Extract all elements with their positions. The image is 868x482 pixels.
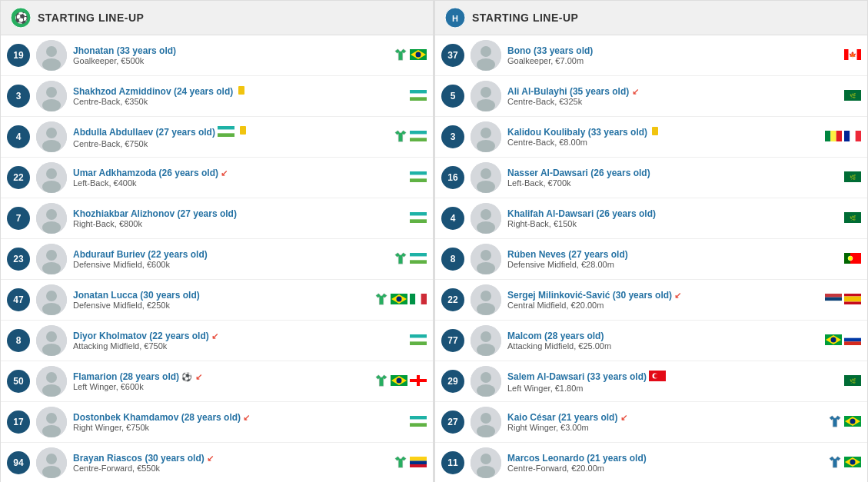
flag-uz — [410, 90, 427, 103]
player-position: Defensive Midfield, €250k — [73, 301, 374, 310]
player-info: Khalifah Al-Dawsari (26 years old)Right-… — [507, 208, 844, 228]
player-number: 27 — [441, 411, 464, 434]
svg-point-87 — [481, 87, 491, 98]
player-name[interactable]: Rúben Neves (27 years old) — [507, 249, 844, 260]
svg-point-3 — [46, 46, 57, 57]
player-info: Jhonatan (33 years old)Goalkeeper, €500k — [73, 45, 394, 65]
flag-uz — [410, 416, 427, 429]
team2-logo: H — [444, 7, 466, 28]
svg-point-16 — [42, 140, 61, 152]
player-photo — [36, 162, 67, 193]
svg-point-66 — [46, 413, 57, 424]
svg-text:🌿: 🌿 — [850, 92, 856, 99]
shirt-icon — [394, 129, 407, 145]
player-name[interactable]: Jhonatan (33 years old) — [73, 45, 394, 56]
player-name[interactable]: Sergej Milinković-Savić (30 years old) ↙ — [507, 290, 825, 301]
shirt-icon — [394, 455, 407, 471]
player-number: 8 — [7, 329, 30, 352]
player-name[interactable]: Abdurauf Buriev (22 years old) — [73, 249, 394, 260]
player-name[interactable]: Nasser Al-Dawsari (26 years old) — [507, 168, 844, 178]
player-name[interactable]: Bono (33 years old) — [507, 45, 844, 56]
svg-point-117 — [481, 291, 491, 301]
player-photo — [36, 407, 67, 437]
player-name[interactable]: Flamarion (28 years old) ⚽ ↙ — [73, 371, 374, 382]
svg-rect-70 — [410, 423, 427, 427]
svg-text:H: H — [452, 14, 458, 23]
svg-rect-33 — [410, 215, 427, 219]
svg-rect-132 — [844, 337, 861, 341]
svg-rect-95 — [830, 131, 836, 141]
player-info: Shakhzod Azmiddinov (24 years old) Centr… — [73, 86, 410, 106]
player-position: Left Winger, €1.80m — [507, 384, 844, 393]
svg-point-149 — [481, 454, 491, 464]
player-name[interactable]: Ali Al-Bulayhi (35 years old) ↙ — [507, 86, 844, 97]
player-position: Centre-Forward, €20.00m — [507, 464, 828, 473]
svg-rect-96 — [836, 131, 842, 141]
svg-point-135 — [481, 372, 491, 383]
player-number: 94 — [7, 451, 30, 474]
player-number: 22 — [441, 288, 464, 311]
flag-it — [410, 294, 427, 307]
svg-text:🌿: 🌿 — [850, 174, 856, 181]
player-name[interactable]: Marcos Leonardo (21 years old) — [507, 453, 828, 464]
svg-rect-84 — [857, 49, 862, 60]
svg-point-15 — [46, 128, 57, 138]
player-info: Nasser Al-Dawsari (26 years old)Left-Bac… — [507, 168, 844, 188]
flag-br — [825, 334, 842, 347]
svg-rect-13 — [410, 97, 427, 101]
player-name[interactable]: Jonatan Lucca (30 years old) — [73, 290, 374, 301]
player-icons — [410, 334, 427, 347]
player-name[interactable]: Umar Adkhamzoda (26 years old) ↙ — [73, 168, 410, 178]
player-position: Centre-Back, €350k — [73, 97, 410, 106]
svg-rect-83 — [844, 49, 849, 60]
player-name[interactable]: Abdulla Abdullaev (27 years old) — [73, 126, 394, 139]
player-name[interactable]: Kalidou Koulibaly (33 years old) — [507, 127, 825, 138]
team1-title: STARTING LINE-UP — [38, 12, 144, 24]
player-position: Attacking Midfield, €750k — [73, 341, 410, 351]
flag-br — [844, 416, 861, 429]
yellow-card — [652, 127, 658, 135]
flag-co — [410, 457, 427, 470]
svg-point-42 — [46, 291, 57, 301]
team2-header: H STARTING LINE-UP — [435, 1, 867, 35]
player-name[interactable]: Khozhiakbar Alizhonov (27 years old) — [73, 208, 410, 219]
player-name[interactable]: Kaio César (21 years old) ↙ — [507, 412, 828, 423]
svg-rect-55 — [410, 341, 427, 345]
player-icons — [825, 131, 861, 144]
player-info: Abdulla Abdullaev (27 years old) Centre-… — [73, 126, 394, 148]
player-info: Malcom (28 years old)Attacking Midfield,… — [507, 331, 825, 351]
player-name[interactable]: Malcom (28 years old) — [507, 331, 825, 341]
player-name[interactable]: Khalifah Al-Dawsari (26 years old) — [507, 208, 844, 219]
flag-ca: 🍁 — [844, 49, 861, 62]
svg-text:🍁: 🍁 — [849, 51, 856, 58]
player-number: 37 — [441, 44, 464, 67]
svg-rect-75 — [410, 460, 427, 464]
svg-rect-27 — [410, 175, 427, 178]
svg-rect-120 — [825, 297, 842, 301]
player-name[interactable]: Brayan Riascos (30 years old) ↙ — [73, 453, 394, 464]
svg-point-130 — [831, 337, 836, 342]
player-name[interactable]: Diyor Kholmatov (22 years old) ↙ — [73, 331, 410, 341]
svg-point-36 — [46, 250, 57, 261]
svg-rect-49 — [421, 294, 427, 304]
flag-uz — [410, 131, 427, 144]
svg-point-10 — [42, 99, 61, 111]
player-name[interactable]: Salem Al-Dawsari (33 years old) — [507, 371, 844, 384]
player-photo — [471, 366, 501, 397]
player-position: Goalkeeper, €500k — [73, 56, 394, 65]
player-name[interactable]: Dostonbek Khamdamov (28 years old) ↙ — [73, 412, 410, 423]
player-name[interactable]: Shakhzod Azmiddinov (24 years old) — [73, 86, 410, 97]
svg-rect-98 — [850, 131, 855, 141]
flag-sn — [825, 131, 842, 144]
svg-rect-11 — [410, 90, 427, 94]
player-position: Centre-Back, €750k — [73, 139, 394, 148]
svg-rect-119 — [825, 294, 842, 298]
player-row: 94 Brayan Riascos (30 years old) ↙Centre… — [1, 443, 433, 482]
svg-rect-20 — [410, 131, 427, 135]
svg-rect-48 — [415, 294, 421, 304]
svg-point-72 — [46, 454, 57, 464]
svg-rect-19 — [218, 133, 234, 137]
player-info: Abdurauf Buriev (22 years old)Defensive … — [73, 249, 394, 269]
svg-rect-74 — [410, 457, 427, 461]
svg-rect-12 — [410, 93, 427, 97]
